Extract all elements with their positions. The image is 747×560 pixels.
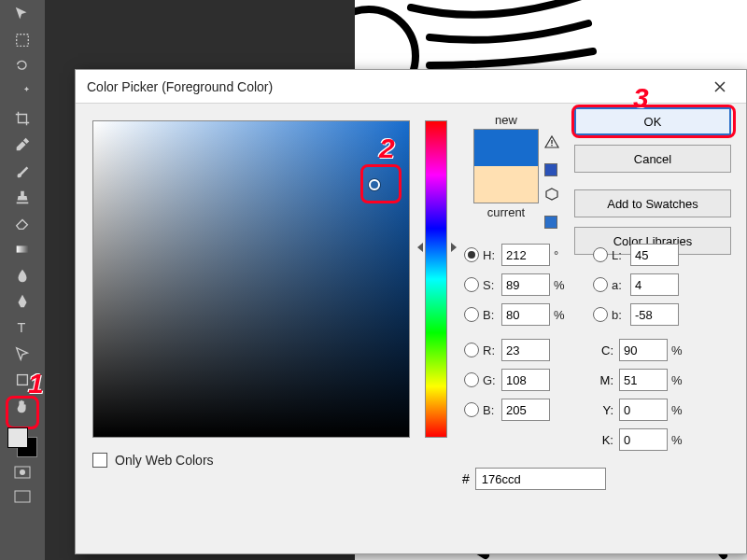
input-h[interactable] (501, 244, 550, 266)
only-web-label: Only Web Colors (115, 453, 214, 468)
input-s[interactable] (501, 273, 550, 296)
gamut-swatch[interactable] (544, 163, 557, 176)
input-k[interactable] (619, 428, 668, 451)
input-y[interactable] (619, 399, 668, 421)
radio-bc[interactable] (464, 402, 479, 417)
hue-slider[interactable] (425, 120, 447, 438)
brush-tool[interactable] (8, 159, 36, 183)
type-tool[interactable]: T (8, 315, 36, 340)
ok-button[interactable]: OK (574, 107, 731, 135)
new-color-swatch (474, 130, 538, 166)
radio-h[interactable] (464, 247, 479, 262)
sv-picker-ring (369, 179, 380, 190)
svg-rect-2 (17, 245, 29, 252)
input-m[interactable] (619, 369, 668, 391)
new-label: new (464, 113, 548, 127)
shape-tool[interactable] (8, 368, 36, 392)
color-preview: new current (464, 113, 548, 219)
radio-b[interactable] (593, 307, 608, 322)
color-swatch[interactable] (6, 426, 39, 459)
input-bc[interactable] (501, 399, 550, 421)
move-tool[interactable] (8, 2, 36, 26)
gamut-warning-icon[interactable] (544, 135, 559, 152)
label-h: H: (483, 248, 501, 262)
svg-rect-8 (551, 140, 552, 144)
saturation-value-field[interactable] (92, 120, 410, 438)
close-button[interactable] (705, 74, 735, 100)
eraser-tool[interactable] (8, 211, 36, 235)
eyedrop-tool[interactable] (8, 133, 36, 157)
current-label: current (464, 205, 548, 219)
input-r[interactable] (501, 339, 550, 361)
crop-tool[interactable] (8, 106, 36, 131)
input-bv[interactable] (501, 303, 550, 326)
color-picker-dialog: Color Picker (Foreground Color) new curr… (75, 69, 747, 554)
radio-l[interactable] (593, 247, 608, 262)
stamp-tool[interactable] (8, 185, 36, 209)
svg-rect-1 (17, 35, 29, 47)
svg-point-6 (20, 469, 25, 475)
add-swatches-button[interactable]: Add to Swatches (574, 189, 731, 217)
pen-tool[interactable] (8, 289, 36, 314)
only-web-checkbox[interactable] (92, 453, 107, 468)
websafe-swatch[interactable] (544, 216, 557, 229)
websafe-warning-icon[interactable] (544, 188, 559, 204)
hex-input[interactable] (475, 468, 606, 490)
label-l: L: (612, 248, 630, 262)
wand-tool[interactable] (8, 80, 36, 105)
dialog-title: Color Picker (Foreground Color) (87, 79, 273, 94)
screenmode-icon[interactable] (8, 485, 36, 508)
foreground-swatch[interactable] (7, 427, 28, 448)
warning-column (544, 135, 559, 229)
radio-a[interactable] (593, 277, 608, 292)
input-l[interactable] (630, 244, 679, 266)
path-tool[interactable] (8, 342, 36, 366)
input-g[interactable] (501, 369, 550, 391)
current-color-swatch[interactable] (474, 166, 538, 203)
lasso-tool[interactable] (8, 54, 36, 78)
radio-r[interactable] (464, 343, 479, 357)
svg-rect-4 (18, 375, 28, 385)
svg-text:T: T (18, 320, 26, 335)
radio-bv[interactable] (464, 307, 479, 322)
input-a[interactable] (630, 273, 679, 296)
input-b[interactable] (630, 303, 679, 326)
button-column: OK Cancel Add to Swatches Color Librarie… (574, 107, 731, 255)
gradient-tool[interactable] (8, 237, 36, 261)
marquee-tool[interactable] (8, 28, 36, 52)
svg-rect-9 (551, 145, 552, 146)
titlebar: Color Picker (Foreground Color) (76, 70, 746, 104)
color-value-fields: H: ° L: S: % a: (464, 244, 735, 458)
tool-toolbar: T (0, 0, 45, 560)
radio-s[interactable] (464, 277, 479, 292)
input-c[interactable] (619, 339, 668, 361)
quickmask-icon[interactable] (8, 461, 36, 483)
radio-g[interactable] (464, 372, 479, 387)
cancel-button[interactable]: Cancel (574, 145, 731, 173)
blur-tool[interactable] (8, 263, 36, 287)
hand-tool[interactable] (8, 394, 36, 418)
hex-row: # (462, 468, 606, 490)
hash-label: # (462, 471, 470, 486)
svg-rect-7 (15, 491, 30, 502)
only-web-row: Only Web Colors (92, 453, 214, 468)
